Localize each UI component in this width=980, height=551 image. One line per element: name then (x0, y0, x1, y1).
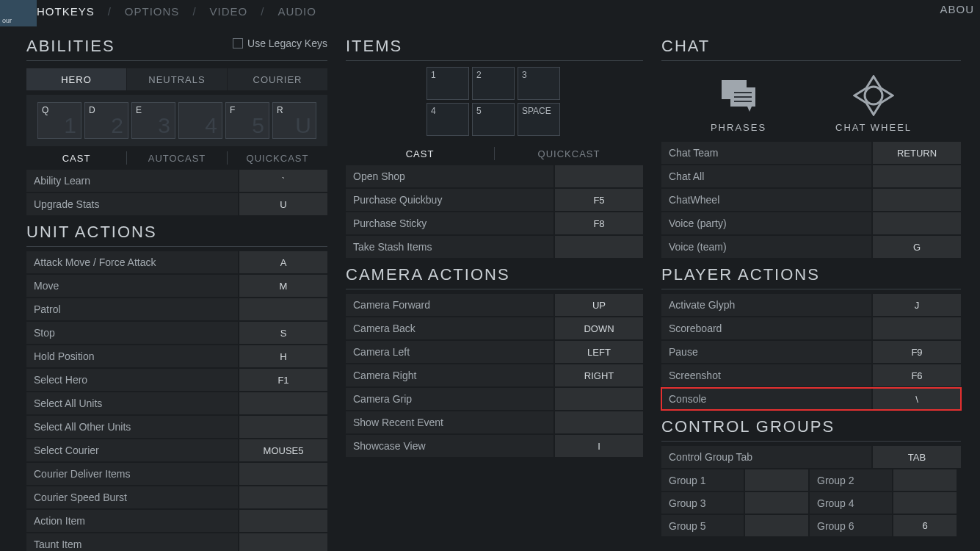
control-group-pair-1: Group 3Group 4 (661, 492, 961, 514)
ability-tabs: HERO NEUTRALS COURIER (26, 68, 327, 90)
chat-bind-key[interactable] (873, 165, 961, 187)
unit-action-label: Taunt Item (26, 533, 238, 551)
topnav-video[interactable]: VIDEO (210, 1, 248, 22)
item-cast-seg-quickcast[interactable]: QUICKCAST (495, 143, 643, 164)
group-key[interactable]: 6 (893, 515, 957, 536)
player-action-key[interactable]: \ (873, 388, 961, 410)
phrases-card[interactable]: PHRASES (711, 75, 766, 133)
topnav-about[interactable]: ABOU (940, 3, 974, 15)
chat-bind-label: Chat Team (661, 142, 871, 164)
camera-bind-label: Camera Grip (346, 388, 553, 410)
camera-bind-key[interactable]: RIGHT (555, 364, 643, 386)
chat-bind-key[interactable] (873, 189, 961, 211)
chat-wheel-card[interactable]: CHAT WHEEL (835, 75, 912, 133)
unit-action-key[interactable]: H (239, 345, 327, 367)
topnav-hotkeys[interactable]: HOTKEYS (37, 1, 95, 22)
camera-bind-key[interactable] (555, 411, 643, 433)
ability-slot-1[interactable]: Q1 (37, 102, 81, 139)
group-key[interactable] (745, 469, 808, 491)
cast-seg-autocast[interactable]: AUTOCAST (127, 148, 227, 168)
unit-action-key[interactable]: MOUSE5 (239, 439, 327, 461)
camera-bind-key[interactable]: I (555, 435, 643, 457)
group-key[interactable] (745, 492, 808, 514)
tab-courier[interactable]: COURIER (228, 68, 327, 90)
camera-bind-label: Camera Forward (346, 294, 553, 316)
svg-marker-7 (854, 76, 893, 115)
chat-bind-row-2: ChatWheel (661, 189, 961, 211)
unit-action-row-9: Courier Deliver Items (26, 463, 327, 485)
camera-bind-row-0: Camera ForwardUP (346, 294, 643, 316)
unit-action-key[interactable]: M (239, 275, 327, 297)
item-bind-key[interactable]: F5 (555, 189, 643, 211)
ability-slot-5[interactable]: F5 (225, 102, 269, 139)
item-slot-1[interactable]: 1 (427, 67, 469, 100)
camera-bind-key[interactable] (555, 388, 643, 410)
unit-action-key[interactable]: S (239, 322, 327, 344)
item-bind-row-1: Purchase QuickbuyF5 (346, 189, 643, 211)
group-key[interactable] (745, 515, 808, 536)
item-cast-seg-cast[interactable]: CAST (346, 143, 494, 164)
ability-slot-6[interactable]: RU (272, 102, 316, 139)
unit-action-key[interactable] (239, 463, 327, 485)
control-group-tab-key[interactable]: TAB (873, 446, 961, 468)
control-group-pair-2: Group 5Group 66 (661, 515, 961, 536)
group-label: Group 1 (661, 469, 744, 491)
ability-slot-4[interactable]: 4 (178, 102, 222, 139)
unit-action-row-6: Select All Units (26, 392, 327, 414)
item-slot-6[interactable]: SPACE (518, 103, 560, 136)
group-label: Group 4 (810, 492, 892, 514)
cast-seg-cast[interactable]: CAST (26, 148, 126, 168)
player-action-key[interactable] (873, 317, 961, 339)
unit-action-key[interactable] (239, 392, 327, 414)
ability-slot-3[interactable]: E3 (131, 102, 175, 139)
ability-slot-2[interactable]: D2 (84, 102, 128, 139)
ability-bind-key[interactable]: ` (239, 170, 327, 192)
unit-action-key[interactable]: A (239, 251, 327, 273)
use-legacy-keys[interactable]: Use Legacy Keys (233, 37, 327, 52)
camera-bind-key[interactable]: LEFT (555, 341, 643, 363)
unit-action-label: Select All Other Units (26, 416, 238, 438)
item-bind-key[interactable] (555, 236, 643, 258)
tab-neutrals[interactable]: NEUTRALS (127, 68, 228, 90)
topnav-options[interactable]: OPTIONS (125, 1, 180, 22)
chat-bind-key[interactable]: RETURN (873, 142, 961, 164)
camera-bind-key[interactable]: UP (555, 294, 643, 316)
unit-action-label: Hold Position (26, 345, 238, 367)
item-slot-2[interactable]: 2 (472, 67, 515, 100)
item-bind-label: Take Stash Items (346, 236, 553, 258)
camera-bind-label: Show Recent Event (346, 411, 553, 433)
item-bind-key[interactable] (555, 165, 643, 187)
unit-action-label: Select Hero (26, 369, 238, 391)
item-bind-label: Purchase Sticky (346, 212, 553, 234)
camera-bind-key[interactable]: DOWN (555, 317, 643, 339)
control-group-tab-row: Control Group Tab TAB (661, 446, 961, 468)
topnav-audio[interactable]: AUDIO (277, 1, 316, 22)
group-label: Group 2 (810, 469, 892, 491)
unit-action-key[interactable] (239, 533, 327, 551)
unit-action-label: Select All Units (26, 392, 238, 414)
unit-action-row-7: Select All Other Units (26, 416, 327, 438)
player-action-key[interactable]: F6 (873, 364, 961, 386)
item-slot-3[interactable]: 3 (518, 67, 560, 100)
unit-action-key[interactable]: F1 (239, 369, 327, 391)
unit-action-key[interactable] (239, 510, 327, 532)
item-slot-4[interactable]: 4 (427, 103, 469, 136)
unit-action-key[interactable] (239, 416, 327, 438)
group-label: Group 5 (661, 515, 744, 536)
player-action-key[interactable]: F9 (873, 341, 961, 363)
ability-bind-label: Ability Learn (26, 170, 238, 192)
cast-seg-quickcast[interactable]: QUICKCAST (228, 148, 327, 168)
group-key[interactable] (893, 492, 957, 514)
tab-hero[interactable]: HERO (26, 68, 127, 90)
group-key[interactable] (893, 469, 957, 491)
unit-action-key[interactable] (239, 486, 327, 508)
unit-action-key[interactable] (239, 298, 327, 320)
ability-bind-key[interactable]: U (239, 193, 327, 215)
chat-bind-key[interactable]: G (873, 236, 961, 258)
checkbox-icon[interactable] (233, 38, 243, 48)
chat-bind-key[interactable] (873, 212, 961, 234)
player-action-key[interactable]: J (873, 294, 961, 316)
svg-marker-6 (747, 107, 752, 112)
item-bind-key[interactable]: F8 (555, 212, 643, 234)
item-slot-5[interactable]: 5 (472, 103, 515, 136)
